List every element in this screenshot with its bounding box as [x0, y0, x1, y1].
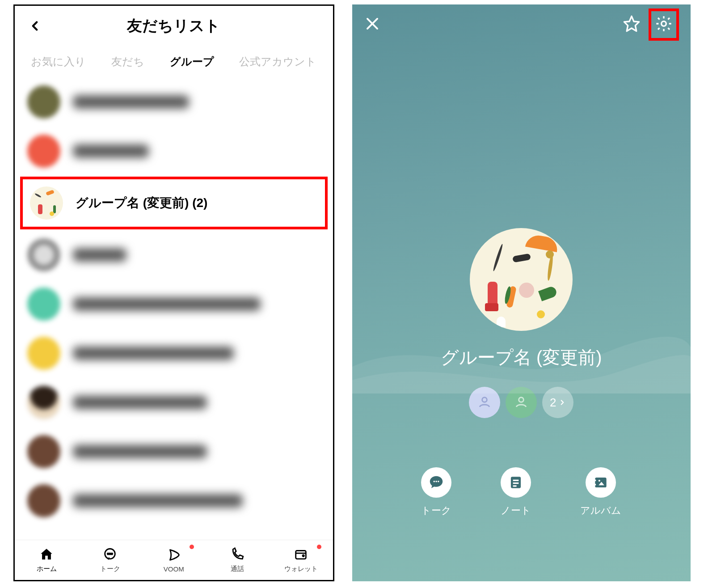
header-actions [623, 8, 679, 41]
nav-label: 通話 [231, 565, 244, 573]
avatar [27, 337, 60, 370]
svg-point-13 [434, 481, 435, 482]
note-icon [501, 467, 531, 498]
close-icon[interactable] [364, 15, 381, 34]
group-avatar [30, 186, 63, 220]
album-icon [586, 467, 616, 498]
chat-filled-icon [421, 467, 451, 498]
list-item[interactable] [15, 476, 333, 525]
svg-point-3 [111, 553, 113, 554]
list-item-highlighted[interactable]: グループ名 (変更前) (2) [20, 177, 328, 229]
header: 友だちリスト [15, 6, 333, 46]
svg-point-14 [436, 481, 437, 482]
nav-label: トーク [100, 565, 120, 573]
svg-rect-17 [513, 480, 519, 481]
bottom-nav: ホーム トーク VOOM 通話 ウォレット [15, 540, 333, 580]
svg-rect-20 [595, 478, 607, 487]
action-talk[interactable]: トーク [421, 467, 451, 517]
group-name: グループ名 (変更前) [441, 345, 602, 370]
nav-label: ホーム [37, 565, 57, 573]
person-icon [514, 394, 528, 410]
avatar [27, 135, 60, 168]
tab-groups[interactable]: グループ [167, 50, 217, 73]
svg-marker-9 [624, 16, 639, 31]
list-item[interactable] [15, 77, 333, 127]
list-item[interactable] [15, 378, 333, 427]
list-item-label-blurred [73, 297, 261, 311]
avatar [27, 238, 60, 271]
svg-rect-18 [513, 482, 519, 484]
notification-dot-icon [190, 545, 194, 549]
list-item[interactable] [15, 427, 333, 476]
gear-icon [655, 26, 673, 34]
nav-label: VOOM [164, 565, 184, 573]
profile-actions: トーク ノート アルバム [421, 467, 621, 540]
avatar [27, 484, 60, 517]
list-item[interactable] [15, 230, 333, 279]
profile-header [352, 4, 691, 45]
list-item-label: グループ名 (変更前) (2) [76, 195, 207, 212]
svg-point-21 [594, 479, 596, 481]
tab-favorites[interactable]: お気に入り [28, 50, 89, 73]
list-item[interactable] [15, 329, 333, 378]
friends-list-screen: 友だちリスト お気に入り 友だち グループ 公式アカウント [13, 4, 334, 581]
list-item[interactable] [15, 279, 333, 329]
tab-bar: お気に入り 友だち グループ 公式アカウント [15, 46, 333, 77]
member-avatar[interactable] [506, 387, 537, 418]
svg-rect-19 [513, 485, 517, 486]
list-item-label-blurred [73, 445, 207, 458]
nav-wallet[interactable]: ウォレット [269, 540, 333, 580]
member-count-chip[interactable]: 2 [542, 387, 573, 418]
avatar [27, 386, 60, 419]
avatar [27, 85, 60, 118]
action-label: アルバム [580, 504, 621, 517]
svg-point-6 [303, 555, 304, 556]
action-label: トーク [421, 504, 451, 517]
nav-call[interactable]: 通話 [206, 540, 269, 580]
list-item-label-blurred [73, 95, 189, 109]
phone-icon [230, 547, 245, 564]
profile-center: グループ名 (変更前) 2 [352, 45, 691, 558]
svg-point-12 [519, 398, 524, 402]
svg-point-24 [599, 480, 600, 482]
tab-official[interactable]: 公式アカウント [236, 50, 319, 73]
home-icon [39, 547, 54, 564]
nav-home[interactable]: ホーム [15, 540, 78, 580]
list-item-label-blurred [73, 396, 207, 409]
svg-point-15 [438, 481, 439, 482]
list-item-label-blurred [73, 347, 234, 360]
avatar [27, 435, 60, 468]
group-profile-screen: グループ名 (変更前) 2 [352, 4, 691, 581]
chat-icon [102, 547, 118, 564]
svg-point-10 [662, 21, 666, 26]
action-label: ノート [501, 504, 531, 517]
page-title: 友だちリスト [127, 16, 220, 36]
list-item-label-blurred [73, 494, 243, 508]
action-album[interactable]: アルバム [580, 467, 621, 517]
list-item-label-blurred [73, 144, 149, 158]
play-icon [166, 547, 181, 564]
nav-talk[interactable]: トーク [78, 540, 142, 580]
avatar [27, 288, 60, 321]
svg-point-11 [482, 398, 487, 402]
member-avatar[interactable] [469, 387, 500, 418]
member-count: 2 [550, 396, 556, 410]
nav-voom[interactable]: VOOM [142, 540, 206, 580]
back-icon[interactable] [27, 18, 42, 35]
list-item[interactable] [15, 127, 333, 176]
settings-button[interactable] [649, 8, 679, 41]
nav-label: ウォレット [284, 565, 318, 573]
group-list: グループ名 (変更前) (2) [15, 77, 333, 540]
group-avatar[interactable] [470, 228, 573, 331]
action-note[interactable]: ノート [501, 467, 531, 517]
member-avatars: 2 [469, 387, 573, 418]
person-icon [477, 394, 492, 410]
star-icon[interactable] [623, 15, 641, 34]
list-item-label-blurred [73, 248, 126, 262]
svg-point-22 [594, 484, 596, 486]
svg-point-1 [108, 553, 109, 554]
tab-friends[interactable]: 友だち [109, 50, 147, 73]
notification-dot-icon [317, 545, 321, 549]
svg-point-2 [110, 553, 111, 554]
wallet-icon [293, 547, 308, 564]
